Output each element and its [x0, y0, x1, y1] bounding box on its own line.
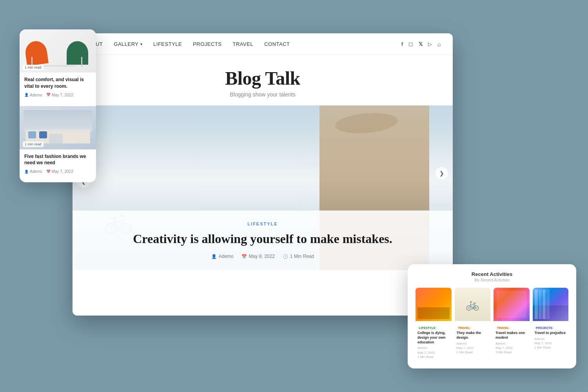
- chevron-right-icon: ❯: [439, 170, 444, 176]
- chevron-down-icon: ▾: [140, 42, 143, 46]
- recent-subtitle: My Recent Activities: [416, 278, 568, 282]
- user-icon: 👤: [211, 254, 217, 259]
- nav-links: ABOUT GALLERY ▾ LIFESTYLE PROJECTS TRAVE…: [84, 41, 290, 47]
- hero-overlay-card: LIFESTYLE Creativity is allowing yoursel…: [73, 211, 453, 270]
- card-image-chairs: 1 min read: [20, 29, 96, 73]
- card-author-1: 👤 Ademo: [24, 93, 42, 97]
- twitter-icon[interactable]: 𝕏: [419, 41, 423, 47]
- hero-category: LIFESTYLE: [96, 221, 429, 226]
- recent-item-meta-4: Ademo May 7, 2022 1 Min Read: [535, 337, 567, 350]
- nav-social: f ◻ 𝕏 ▷ ⌕: [401, 41, 441, 47]
- hero-author: 👤 Ademo: [211, 254, 234, 259]
- search-icon[interactable]: ⌕: [437, 41, 441, 47]
- card-date-2: 📅 May 7, 2022: [46, 169, 73, 174]
- nav-contact[interactable]: CONTACT: [264, 41, 290, 47]
- hero-meta: 👤 Ademo 📅 May 8, 2022 🕐 1 Min Read: [96, 254, 429, 259]
- hero-image-area: 🚲 ❮ ❯ LIFESTYLE Creativity is allowing y…: [73, 105, 453, 270]
- navigation: ABOUT GALLERY ▾ LIFESTYLE PROJECTS TRAVE…: [73, 33, 453, 55]
- read-badge-2: 1 min read: [23, 142, 44, 147]
- card-author-2: 👤 Ademo: [24, 169, 42, 174]
- recent-title: Recent Activities: [416, 271, 568, 277]
- card-title-2: Five fast fashion brands we need we need: [24, 153, 91, 167]
- recent-grid: LIFESTYLE College is dying, design your …: [416, 288, 568, 361]
- browser-window: ABOUT GALLERY ▾ LIFESTYLE PROJECTS TRAVE…: [73, 33, 453, 316]
- youtube-icon[interactable]: ▷: [428, 41, 432, 47]
- recent-item-1[interactable]: LIFESTYLE College is dying, design your …: [416, 288, 452, 361]
- calendar-icon: 📅: [241, 254, 247, 259]
- recent-item-title-4: Travel to prejudice: [535, 331, 567, 336]
- recent-item-body-1: LIFESTYLE College is dying, design your …: [416, 321, 452, 361]
- user-icon-small-2: 👤: [24, 170, 29, 174]
- recent-item-title-2: They make the design.: [457, 331, 489, 340]
- hero-header: Blog Talk Blogging show your talents: [73, 55, 453, 105]
- mobile-card-item-2: 1 min read Five fast fashion brands we n…: [20, 106, 96, 183]
- mobile-card: 1 min read Real comfort, and visual is v…: [20, 29, 96, 182]
- recent-item-4[interactable]: PROJECTS Travel to prejudice Ademo May 7…: [533, 288, 569, 361]
- instagram-icon[interactable]: ◻: [408, 41, 413, 47]
- calendar-icon-small-2: 📅: [46, 170, 51, 174]
- recent-item-img-3: [494, 288, 530, 321]
- calendar-icon-small: 📅: [46, 93, 51, 97]
- recent-item-title-3: Travel makes one modest: [495, 331, 528, 340]
- recent-badge-1: LIFESTYLE: [417, 326, 437, 330]
- recent-activities-card: Recent Activities My Recent Activities L…: [408, 264, 576, 368]
- blog-subtitle: Blogging show your talents: [73, 91, 453, 98]
- pillow1: [28, 131, 36, 138]
- recent-item-img-1: [416, 288, 452, 321]
- nav-gallery[interactable]: GALLERY ▾: [114, 41, 142, 47]
- recent-item-body-4: PROJECTS Travel to prejudice Ademo May 7…: [533, 321, 569, 352]
- nav-travel[interactable]: TRAVEL: [233, 41, 254, 47]
- clock-icon: 🕐: [283, 254, 288, 259]
- card-title-1: Real comfort, and visual is vital to eve…: [24, 76, 91, 90]
- user-icon-small: 👤: [24, 93, 29, 97]
- recent-item-img-4: [533, 288, 569, 321]
- hero-quote: Creativity is allowing yourself to make …: [96, 231, 429, 247]
- recent-item-img-2: 🚲: [455, 288, 491, 321]
- recent-item-meta-1: Ademo May 7, 2022 1 Min Read: [417, 346, 450, 359]
- card-body-2: Five fast fashion brands we need we need…: [20, 149, 96, 178]
- recent-item-2[interactable]: 🚲 TRAVEL They make the design. Ademo May…: [455, 288, 491, 361]
- recent-item-body-2: TRAVEL They make the design. Ademo May 7…: [455, 321, 491, 357]
- card-body-1: Real comfort, and visual is vital to eve…: [20, 73, 96, 101]
- read-badge-1: 1 min read: [23, 65, 44, 70]
- nav-projects[interactable]: PROJECTS: [193, 41, 221, 47]
- recent-item-3[interactable]: TRAVEL Travel makes one modest Ademo May…: [494, 288, 530, 361]
- hero-read-time: 🕐 1 Min Read: [283, 254, 314, 259]
- card-meta-1: 👤 Ademo 📅 May 7, 2022: [24, 93, 91, 97]
- recent-badge-2: TRAVEL: [457, 326, 472, 330]
- facebook-icon[interactable]: f: [401, 41, 403, 47]
- card-meta-2: 👤 Ademo 📅 May 7, 2022: [24, 169, 91, 174]
- recent-badge-4: PROJECTS: [535, 326, 554, 330]
- recent-badge-3: TRAVEL: [495, 326, 510, 330]
- recent-item-meta-2: Ademo May 7, 2022 1 Min Read: [457, 341, 489, 355]
- pillow2: [39, 131, 47, 138]
- nav-lifestyle[interactable]: LIFESTYLE: [153, 41, 182, 47]
- hero-date: 📅 May 8, 2022: [241, 254, 275, 259]
- recent-item-title-1: College is dying, design your own educat…: [417, 331, 450, 345]
- recent-item-body-3: TRAVEL Travel makes one modest Ademo May…: [494, 321, 530, 357]
- recent-item-meta-3: Ademo May 7, 2022 1 Min Read: [495, 341, 528, 355]
- slider-right-arrow[interactable]: ❯: [436, 167, 448, 180]
- card-image-living: 1 min read: [20, 106, 96, 149]
- blog-title: Blog Talk: [73, 67, 453, 89]
- card-date-1: 📅 May 7, 2022: [46, 93, 73, 97]
- mobile-card-item-1: 1 min read Real comfort, and visual is v…: [20, 29, 96, 106]
